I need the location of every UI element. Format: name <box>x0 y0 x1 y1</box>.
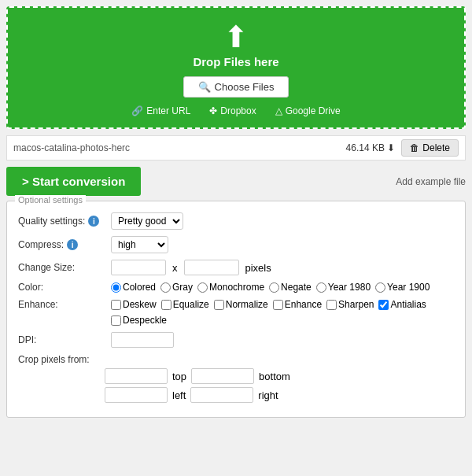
drop-text: Drop Files here <box>193 55 278 68</box>
size-width-input[interactable] <box>111 260 166 275</box>
radio-negate[interactable] <box>269 282 279 293</box>
chk-equalize[interactable] <box>161 300 171 310</box>
radio-year1900[interactable] <box>375 282 385 293</box>
delete-button[interactable]: 🗑 Delete <box>401 139 459 157</box>
enhance-row: Enhance: Deskew Equalize Normalize Enhan… <box>18 299 454 326</box>
crop-left-input[interactable] <box>105 387 168 403</box>
quality-label: Quality settings: i <box>18 216 105 227</box>
radio-monochrome[interactable] <box>197 282 208 293</box>
crop-bottom-label: bottom <box>259 371 290 382</box>
color-monochrome[interactable]: Monochrome <box>197 282 264 293</box>
radio-gray[interactable] <box>160 282 171 293</box>
color-colored[interactable]: Colored <box>111 282 156 293</box>
size-row: Change Size: x pixels <box>18 260 454 275</box>
color-year1900[interactable]: Year 1900 <box>375 282 430 293</box>
start-conversion-button[interactable]: > Start conversion <box>6 167 141 196</box>
trash-icon: 🗑 <box>410 142 419 153</box>
color-gray[interactable]: Gray <box>160 282 193 293</box>
enter-url-link[interactable]: 🔗 Enter URL <box>131 105 190 116</box>
quality-row: Quality settings: i Pretty good Very goo… <box>18 212 454 230</box>
color-year1980[interactable]: Year 1980 <box>316 282 371 293</box>
color-options: Colored Gray Monochrome Negate Year 1980… <box>111 282 430 293</box>
crop-label: Crop pixels from: <box>18 354 105 365</box>
upload-links: 🔗 Enter URL ✤ Dropbox △ Google Drive <box>131 105 340 116</box>
color-label: Color: <box>18 282 105 293</box>
upload-icon: ⬆ <box>223 22 249 52</box>
choose-files-button[interactable]: 🔍 Choose Files <box>183 76 289 98</box>
crop-row: Crop pixels from: top bottom left right <box>18 354 454 403</box>
file-row: macos-catalina-photos-herc 46.14 KB ⬇ 🗑 … <box>6 135 466 161</box>
enhance-despeckle[interactable]: Despeckle <box>111 315 167 326</box>
crop-top-label: top <box>172 371 186 382</box>
dropbox-icon: ✤ <box>209 105 217 116</box>
dpi-input[interactable] <box>111 332 174 348</box>
enhance-label: Enhance: <box>18 299 105 310</box>
size-x: x <box>172 262 178 274</box>
chk-antialias[interactable] <box>378 300 389 310</box>
enhance-antialias[interactable]: Antialias <box>378 299 426 310</box>
google-drive-link[interactable]: △ Google Drive <box>275 105 341 116</box>
enhance-normalize[interactable]: Normalize <box>214 299 268 310</box>
compress-label: Compress: i <box>18 239 105 250</box>
pixels-label: pixels <box>245 262 271 274</box>
crop-bottom-input[interactable] <box>191 368 254 384</box>
chk-enhance[interactable] <box>273 300 283 310</box>
radio-year1980[interactable] <box>316 282 326 293</box>
size-height-input[interactable] <box>184 260 239 275</box>
size-label: Change Size: <box>18 262 105 273</box>
quality-info-icon[interactable]: i <box>88 216 99 227</box>
dpi-label: DPI: <box>18 334 105 345</box>
dpi-row: DPI: <box>18 332 454 348</box>
chk-normalize[interactable] <box>214 300 224 310</box>
compress-info-icon[interactable]: i <box>67 239 78 250</box>
enhance-deskew[interactable]: Deskew <box>111 299 157 310</box>
search-icon: 🔍 <box>198 81 211 93</box>
download-icon: ⬇ <box>387 142 395 153</box>
color-negate[interactable]: Negate <box>269 282 312 293</box>
crop-right-input[interactable] <box>190 387 253 403</box>
chk-deskew[interactable] <box>111 300 121 310</box>
compress-select[interactable]: high medium low <box>111 236 168 253</box>
link-icon: 🔗 <box>131 105 143 116</box>
enhance-sharpen[interactable]: Sharpen <box>326 299 374 310</box>
drive-icon: △ <box>275 105 282 116</box>
enhance-enhance[interactable]: Enhance <box>273 299 322 310</box>
compress-row: Compress: i high medium low <box>18 236 454 253</box>
file-size: 46.14 KB ⬇ <box>155 142 401 153</box>
color-row: Color: Colored Gray Monochrome Negate Ye… <box>18 282 454 293</box>
radio-colored[interactable] <box>111 282 121 293</box>
action-bar: > Start conversion Add example file <box>6 167 466 196</box>
dropbox-link[interactable]: ✤ Dropbox <box>209 105 256 116</box>
crop-top-input[interactable] <box>105 368 168 384</box>
optional-settings-panel: Optional settings Quality settings: i Pr… <box>6 201 466 418</box>
enhance-equalize[interactable]: Equalize <box>161 299 209 310</box>
chk-sharpen[interactable] <box>326 300 337 310</box>
enhance-options: Deskew Equalize Normalize Enhance Sharpe… <box>111 299 454 326</box>
quality-select[interactable]: Pretty good Very good Excellent Low <box>111 212 183 230</box>
settings-legend: Optional settings <box>15 195 86 205</box>
add-example-link[interactable]: Add example file <box>396 176 466 187</box>
chk-despeckle[interactable] <box>111 315 121 326</box>
crop-left-label: left <box>172 389 186 401</box>
file-name: macos-catalina-photos-herc <box>13 142 155 153</box>
crop-right-label: right <box>258 389 278 401</box>
upload-zone[interactable]: ⬆ Drop Files here 🔍 Choose Files 🔗 Enter… <box>6 6 466 129</box>
